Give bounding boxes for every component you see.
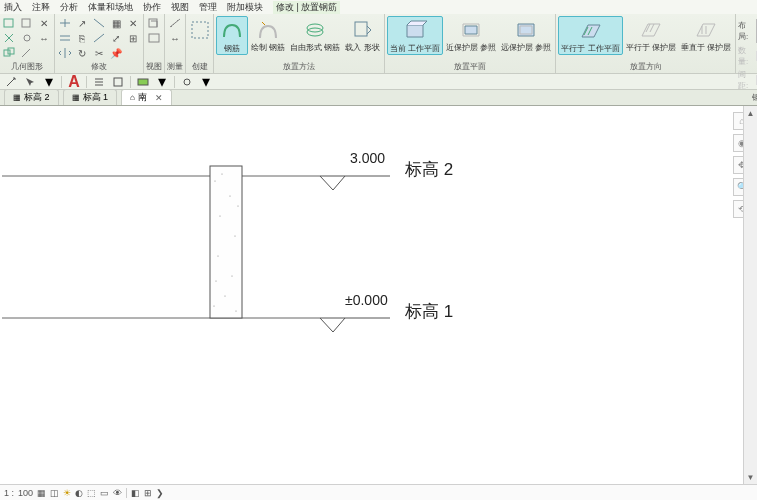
align-tool-icon[interactable]	[57, 16, 73, 30]
freeform-rebar-icon	[302, 17, 328, 43]
menu-view[interactable]: 视图	[171, 1, 189, 14]
extend-tool-icon[interactable]	[91, 31, 107, 45]
group-tool-icon[interactable]: ⊞	[125, 31, 141, 45]
sketch-rebar-button[interactable]: 绘制 钢筋	[249, 16, 287, 53]
detail-level-icon[interactable]: ▦	[37, 488, 46, 498]
opt-activate-icon[interactable]	[135, 75, 151, 89]
menu-addins[interactable]: 附加模块	[227, 1, 263, 14]
copy-tool-icon[interactable]: ⎘	[74, 31, 90, 45]
load-shape-button[interactable]: 载入 形状	[343, 16, 381, 53]
opt-isolate-icon[interactable]: ▾	[198, 75, 214, 89]
svg-rect-0	[4, 19, 13, 27]
drawing-canvas[interactable]: 3.000 标高 2 ±0.000 标高 1 ⌂ ◉ ✥ 🔍 ⟲	[0, 106, 757, 500]
opt-grid-icon[interactable]	[110, 75, 126, 89]
menu-insert[interactable]: 插入	[4, 1, 22, 14]
dimension-icon[interactable]: ↔	[167, 31, 183, 45]
demolish-button[interactable]: ✕	[36, 16, 52, 30]
panel-place-plane: 当前 工作平面 近保护层 参照 远保护层 参照 放置平面	[385, 14, 557, 73]
delete-tool-icon[interactable]: ✕	[125, 16, 141, 30]
current-workplane-button[interactable]: 当前 工作平面	[387, 16, 443, 55]
create-button[interactable]	[185, 16, 215, 44]
split-face-button[interactable]	[19, 31, 35, 45]
close-icon[interactable]: ✕	[155, 93, 163, 103]
section-icon[interactable]	[146, 31, 162, 45]
tab-label: 标高 1	[83, 91, 109, 104]
menu-collab[interactable]: 协作	[143, 1, 161, 14]
constraints-icon[interactable]: ⊞	[144, 488, 152, 498]
svg-point-30	[221, 173, 222, 174]
menu-modify[interactable]: 修改 | 放置钢筋	[273, 1, 340, 14]
paint-button[interactable]	[19, 46, 35, 60]
far-cover-button[interactable]: 远保护层 参照	[499, 16, 553, 53]
opt-align-icon[interactable]	[91, 75, 107, 89]
freeform-rebar-button[interactable]: 自由形式 钢筋	[288, 16, 342, 53]
opt-modify-icon[interactable]	[3, 75, 19, 89]
join-button[interactable]	[2, 46, 18, 60]
reveal-icon[interactable]: ◧	[131, 488, 140, 498]
perp-cover-button[interactable]: 垂直于 保护层	[679, 16, 733, 53]
view-tabbar: ▦ 标高 2 ▦ 标高 1 ⌂ 南 ✕	[0, 90, 757, 106]
cut-button[interactable]	[2, 31, 18, 45]
visual-style-icon[interactable]: ◫	[50, 488, 59, 498]
scroll-track[interactable]	[744, 120, 757, 470]
cope-button[interactable]	[19, 16, 35, 30]
tab-south[interactable]: ⌂ 南 ✕	[121, 89, 172, 105]
vertical-scrollbar[interactable]: ▲ ▼	[743, 106, 757, 484]
tab-level1[interactable]: ▦ 标高 1	[63, 89, 118, 105]
options-bar: ▾ A ▾ ▾	[0, 74, 757, 90]
crop-region-icon[interactable]: ▭	[100, 488, 109, 498]
hide-isolate-icon[interactable]: 👁	[113, 488, 122, 498]
scale-value[interactable]: 100	[18, 488, 33, 498]
view-3d-icon[interactable]	[146, 16, 162, 30]
offset-tool-icon[interactable]	[57, 31, 73, 45]
tab-label: 南	[138, 91, 147, 104]
menu-analyze[interactable]: 分析	[60, 1, 78, 14]
rebar-button[interactable]: 钢筋	[216, 16, 248, 55]
split-tool-icon[interactable]: ✂	[91, 46, 107, 60]
parallel-cover-button[interactable]: 平行于 保护层	[624, 16, 678, 53]
svg-point-15	[184, 79, 190, 85]
measure-icon[interactable]	[167, 16, 183, 30]
parallel-workplane-button[interactable]: 平行于 工作平面	[558, 16, 622, 55]
svg-rect-1	[4, 50, 10, 56]
array-tool-icon[interactable]: ▦	[108, 16, 124, 30]
pin-tool-icon[interactable]: 📌	[108, 46, 124, 60]
rotate-tool-icon[interactable]: ↻	[74, 46, 90, 60]
tab-level2[interactable]: ▦ 标高 2	[4, 89, 59, 105]
scroll-up-icon[interactable]: ▲	[744, 106, 757, 120]
sketch-rebar-icon	[255, 17, 281, 43]
opt-hide-icon[interactable]	[179, 75, 195, 89]
current-workplane-icon	[402, 18, 428, 44]
panel-modify: ↗ ⎘ ↻ ✂ ▦ ⤢ 📌 ✕ ⊞ 修改	[55, 14, 144, 73]
svg-point-23	[219, 215, 220, 216]
cut-profile-button[interactable]	[2, 16, 18, 30]
opt-filter-icon[interactable]: ▾	[41, 75, 57, 89]
level2-name[interactable]: 标高 2	[405, 158, 453, 181]
opt-text-icon[interactable]: A	[66, 75, 82, 89]
scale-tool-icon[interactable]: ⤢	[108, 31, 124, 45]
qty-label: 数量:	[738, 45, 754, 67]
sun-path-icon[interactable]: ☀	[63, 488, 71, 498]
svg-rect-13	[114, 78, 122, 86]
scroll-down-icon[interactable]: ▼	[744, 470, 757, 484]
opt-select-icon[interactable]	[22, 75, 38, 89]
move-tool-icon[interactable]: ↗	[74, 16, 90, 30]
opt-deactivate-icon[interactable]: ▾	[154, 75, 170, 89]
status-bar: 1 : 100 ▦ ◫ ☀ ◐ ⬚ ▭ 👁 ◧ ⊞ ❯	[0, 484, 757, 500]
chevron-right-icon[interactable]: ❯	[156, 488, 164, 498]
shadows-icon[interactable]: ◐	[75, 488, 83, 498]
menu-massing[interactable]: 体量和场地	[88, 1, 133, 14]
mirror-tool-icon[interactable]	[57, 46, 73, 60]
menu-annotate[interactable]: 注释	[32, 1, 50, 14]
trim-tool-icon[interactable]	[91, 16, 107, 30]
align-button[interactable]: ↔	[36, 31, 52, 45]
svg-rect-2	[8, 48, 14, 54]
crop-icon[interactable]: ⬚	[87, 488, 96, 498]
level1-name[interactable]: 标高 1	[405, 300, 453, 323]
near-cover-button[interactable]: 近保护层 参照	[444, 16, 498, 53]
rebar-icon	[219, 18, 245, 44]
spacing-label: 间距:	[738, 69, 754, 91]
panel-title-place-orient: 放置方向	[630, 60, 662, 73]
svg-rect-10	[355, 22, 367, 36]
menu-manage[interactable]: 管理	[199, 1, 217, 14]
